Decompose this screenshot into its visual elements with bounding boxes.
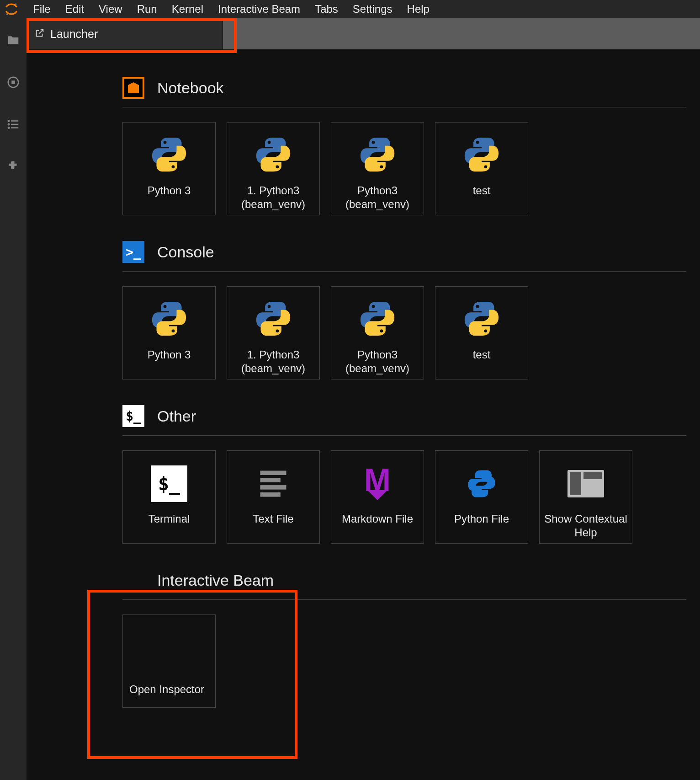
markdown-icon: M	[357, 464, 398, 504]
launcher-card[interactable]: Open Inspector	[122, 614, 216, 708]
launcher-card[interactable]: 1. Python3 (beam_venv)	[227, 286, 320, 379]
card-label: Open Inspector	[129, 683, 204, 696]
card-label: test	[468, 184, 495, 198]
launcher-card[interactable]: test	[435, 286, 528, 379]
python-file-icon	[461, 464, 502, 504]
extensions-icon[interactable]	[5, 158, 21, 175]
menu-run[interactable]: Run	[131, 1, 164, 17]
svg-rect-10	[260, 471, 286, 475]
svg-point-1	[6, 13, 8, 15]
jupyter-logo-icon	[4, 1, 19, 17]
section-console: >_ Console Python 3 1. Python3 (beam_ven…	[122, 241, 686, 379]
console-cards: Python 3 1. Python3 (beam_venv) Python3 …	[122, 286, 686, 379]
section-title: Interactive Beam	[157, 572, 274, 589]
card-label: Python3 (beam_venv)	[331, 184, 424, 211]
python-logo-icon	[253, 134, 293, 176]
python-logo-icon	[149, 134, 189, 176]
menu-view[interactable]: View	[92, 1, 129, 17]
menubar: File Edit View Run Kernel Interactive Be…	[0, 0, 700, 18]
svg-rect-12	[260, 485, 286, 490]
section-other: $_ Other $_Terminal Text File MMarkdown …	[122, 405, 686, 544]
launcher-card[interactable]: 1. Python3 (beam_venv)	[227, 122, 320, 215]
contextual-help-icon	[566, 464, 606, 504]
section-title: Other	[157, 407, 196, 425]
card-label: Python3 (beam_venv)	[331, 348, 424, 375]
activity-rail	[0, 18, 27, 780]
card-label: Show Contextual Help	[540, 512, 632, 540]
menu-interactive-beam[interactable]: Interactive Beam	[212, 1, 307, 17]
card-label: test	[468, 348, 495, 362]
svg-rect-13	[260, 492, 281, 497]
notebook-cards: Python 3 1. Python3 (beam_venv) Python3 …	[122, 122, 686, 215]
tabstrip: Launcher	[27, 18, 700, 49]
other-cards: $_Terminal Text File MMarkdown File Pyth…	[122, 450, 686, 544]
card-label: 1. Python3 (beam_venv)	[227, 348, 319, 375]
section-title: Notebook	[157, 79, 224, 97]
svg-rect-11	[260, 478, 281, 482]
tab-title: Launcher	[50, 27, 98, 41]
beam-section-icon	[122, 569, 144, 591]
svg-rect-3	[11, 80, 15, 84]
card-label: Text File	[248, 512, 298, 526]
svg-rect-16	[583, 472, 602, 479]
launcher-card[interactable]: $_Terminal	[122, 450, 216, 544]
python-logo-icon	[149, 299, 189, 341]
notebook-section-icon	[122, 77, 144, 99]
console-section-icon: >_	[122, 241, 144, 263]
svg-rect-9	[11, 127, 18, 128]
card-label: 1. Python3 (beam_venv)	[227, 184, 319, 211]
python-logo-icon	[357, 299, 398, 341]
python-logo-icon	[253, 299, 293, 341]
menu-tabs[interactable]: Tabs	[308, 1, 345, 17]
blank-icon	[129, 634, 170, 674]
launch-icon	[35, 27, 45, 41]
launcher-card[interactable]: Python 3	[122, 286, 216, 379]
launcher-content: Notebook Python 3 1. Python3 (beam_venv)…	[27, 49, 700, 780]
launcher-card[interactable]: Python3 (beam_venv)	[331, 286, 424, 379]
text-file-icon	[253, 464, 293, 504]
other-section-icon: $_	[122, 405, 144, 427]
menu-file[interactable]: File	[27, 1, 57, 17]
svg-rect-15	[570, 472, 581, 495]
launcher-card[interactable]: Python File	[435, 450, 528, 544]
menu-edit[interactable]: Edit	[59, 1, 90, 17]
card-label: Markdown File	[337, 512, 418, 526]
launcher-card[interactable]: test	[435, 122, 528, 215]
svg-point-6	[8, 123, 10, 126]
launcher-card[interactable]: MMarkdown File	[331, 450, 424, 544]
tab-launcher[interactable]: Launcher	[27, 18, 223, 49]
svg-rect-7	[11, 124, 18, 125]
table-of-contents-icon[interactable]	[5, 116, 21, 133]
launcher-card[interactable]: Show Contextual Help	[539, 450, 632, 544]
beam-cards: Open Inspector	[122, 614, 686, 708]
menu-help[interactable]: Help	[401, 1, 436, 17]
launcher-card[interactable]: Python 3	[122, 122, 216, 215]
card-label: Python 3	[143, 348, 196, 362]
launcher-card[interactable]: Python3 (beam_venv)	[331, 122, 424, 215]
menu-settings[interactable]: Settings	[346, 1, 399, 17]
python-logo-icon	[461, 299, 502, 341]
card-label: Python File	[450, 512, 514, 526]
card-label: Terminal	[144, 512, 195, 526]
section-notebook: Notebook Python 3 1. Python3 (beam_venv)…	[122, 77, 686, 215]
svg-point-8	[8, 127, 10, 129]
python-logo-icon	[461, 134, 502, 176]
section-title: Console	[157, 243, 214, 261]
folder-icon[interactable]	[5, 32, 21, 48]
terminal-icon: $_	[151, 465, 187, 502]
section-interactive-beam: Interactive Beam Open Inspector	[122, 569, 686, 708]
svg-rect-5	[11, 120, 18, 122]
running-kernels-icon[interactable]	[5, 74, 21, 91]
card-label: Python 3	[143, 184, 196, 198]
launcher-card[interactable]: Text File	[227, 450, 320, 544]
svg-point-4	[8, 120, 10, 122]
python-logo-icon	[357, 134, 398, 176]
svg-point-0	[15, 3, 16, 5]
menu-kernel[interactable]: Kernel	[165, 1, 210, 17]
